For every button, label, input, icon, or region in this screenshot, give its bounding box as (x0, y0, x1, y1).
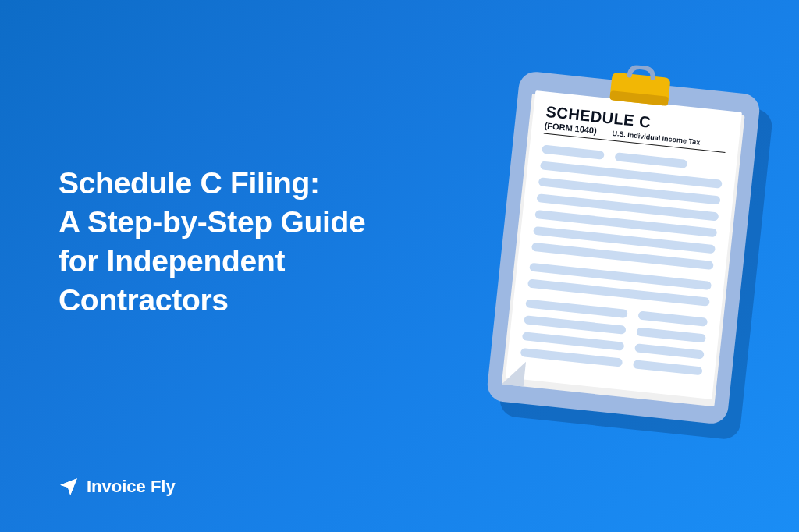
form-paper: SCHEDULE C (FORM 1040) U.S. Individual I… (506, 90, 742, 399)
paper-plane-icon (59, 477, 79, 497)
clipboard-clip-icon (602, 62, 680, 108)
form-lines-section-1 (530, 144, 724, 282)
clipboard-illustration: SCHEDULE C (FORM 1040) U.S. Individual I… (486, 70, 762, 425)
page-title: Schedule C Filing:A Step-by-Step Guide f… (59, 164, 402, 320)
paper-fold-corner (502, 360, 526, 387)
brand-logo: Invoice Fly (59, 477, 176, 497)
brand-name: Invoice Fly (87, 477, 176, 497)
